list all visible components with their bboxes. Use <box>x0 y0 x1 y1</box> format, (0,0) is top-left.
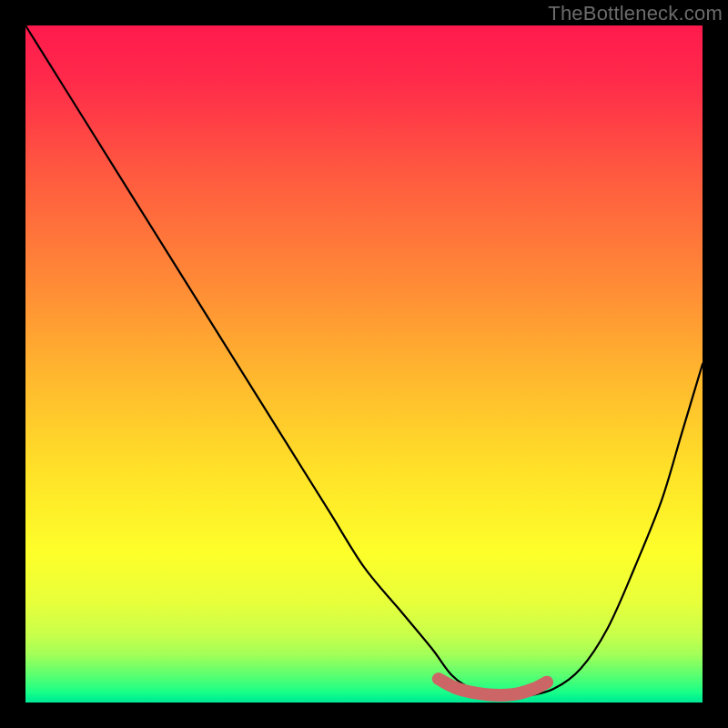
chart-frame: TheBottleneck.com <box>0 0 728 728</box>
gradient-background <box>25 25 703 703</box>
plot-area <box>25 25 703 703</box>
watermark-text: TheBottleneck.com <box>548 2 723 25</box>
